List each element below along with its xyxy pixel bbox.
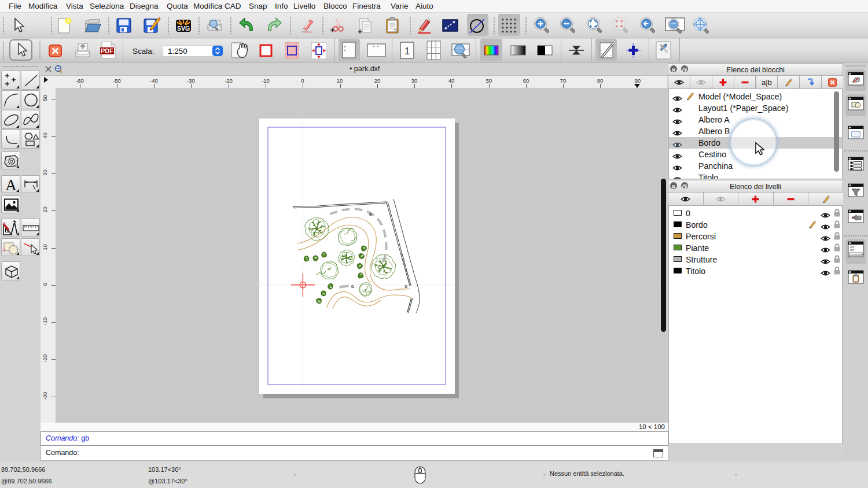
- svg-text:PDF: PDF: [101, 47, 113, 54]
- svg-text:SVG: SVG: [177, 25, 190, 32]
- svg-text:A: A: [5, 176, 17, 194]
- svg-text:1: 1: [404, 46, 410, 57]
- svg-text:command: command: [852, 253, 863, 256]
